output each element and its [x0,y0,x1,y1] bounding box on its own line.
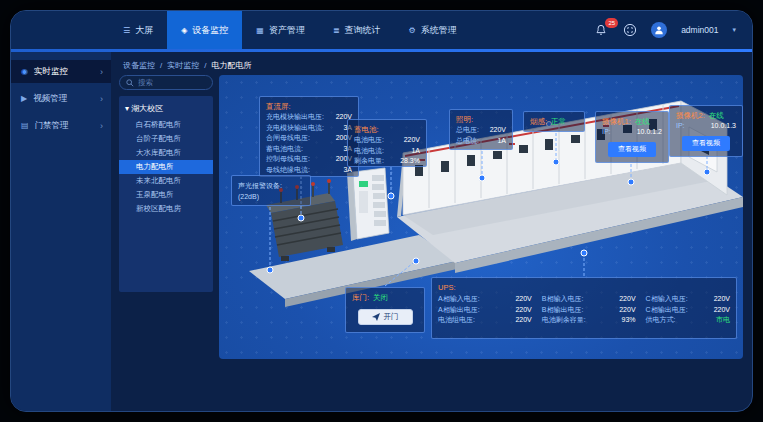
breadcrumb: 设备监控 / 实时监控 / 电力配电所 [123,57,251,73]
nav-label: 查询统计 [345,24,381,37]
username: admin001 [681,25,718,35]
sidebar-item-realtime-monitor[interactable]: ◉ 实时监控 › [11,60,111,83]
status-badge: 在线 [709,110,724,121]
tree-node[interactable]: 未来北配电所 [119,174,213,188]
nav-item-system[interactable]: ⚙ 系统管理 [395,11,471,49]
chevron-down-icon[interactable]: ▾ [732,26,736,34]
search-input[interactable] [138,78,206,87]
top-navbar: ☰ 大屏 ◈ 设备监控 ▦ 资产管理 ≣ 查询统计 ⚙ 系统管理 25 [11,11,752,49]
tree-node[interactable]: 大水库配电所 [119,146,213,160]
field-value: 220V [515,305,531,316]
camera-ip: 10.0.1.3 [711,121,736,132]
person-icon [654,25,664,35]
tree-node[interactable]: 台阶子配电所 [119,132,213,146]
notification-badge: 25 [605,18,618,28]
field-label: B相输出电压: [542,305,584,316]
tree-node[interactable]: 白石桥配电所 [119,118,213,132]
field-value: 220V [619,294,635,305]
sidebar-item-label: 实时监控 [34,66,68,78]
field-value: 220V [714,294,730,305]
camera-ip: 10.0.1.2 [637,127,662,138]
field-value: 220V [714,305,730,316]
door-panel: 库门: 关闭 开门 [345,287,425,333]
field-label: 供电方式: [646,315,676,326]
sidebar-item-label: 视频管理 [33,93,67,105]
field-label: 总电流: [456,136,479,147]
field-value: 220V [515,294,531,305]
battery-panel: 蓄电池: 电池电压:220V 电池电流:1A 剩余电量:28.3% [347,119,427,167]
view-video-button[interactable]: 查看视频 [608,142,656,157]
nav-item-statistics[interactable]: ≣ 查询统计 [319,11,395,49]
statistics-icon: ≣ [333,26,340,35]
open-door-label: 开门 [384,312,399,322]
substation-3d-view: 直流屏: 充电模块输出电压:220V 充电模块输出电流:3A 合闸母线电压:20… [219,75,743,359]
field-value: 1A [411,146,420,157]
nav-item-device-monitor[interactable]: ◈ 设备监控 [167,11,242,49]
field-label: C相输入电压: [646,294,688,305]
tree-node[interactable]: 新校区配电房 [119,202,213,216]
field-value: 93% [622,315,636,326]
panel-title: 照明: [456,114,506,125]
fullscreen-icon[interactable] [623,23,637,37]
tree-node[interactable]: 玉泉配电所 [119,188,213,202]
gear-icon: ⚙ [409,26,416,35]
sidebar-item-access-control[interactable]: ▤ 门禁管理 › [11,114,111,137]
substation-tree: ▾ 湖大校区 白石桥配电所 台阶子配电所 大水库配电所 电力配电所 未来北配电所… [119,96,213,292]
sound-alarm-panel: 声光报警设备: (22dB) [231,175,311,206]
breadcrumb-current: 电力配电所 [211,60,251,71]
nav-label: 资产管理 [269,24,305,37]
view-video-button[interactable]: 查看视频 [682,136,730,151]
field-value: 1A [497,136,506,147]
nav-label: 大屏 [135,24,153,37]
field-label: A相输出电压: [438,305,480,316]
topbar-right-cluster: 25 admin001 ▾ [594,22,752,38]
ups-panel: UPS: A相输入电压:220V B相输入电压:220V C相输入电压:220V… [431,277,737,339]
sound-alarm-title: 声光报警设备: [238,180,304,191]
smoke-sensor-panel: 烟感: 正常 [523,111,585,132]
assets-icon: ▦ [256,26,264,35]
dc-screen-panel: 直流屏: 充电模块输出电压:220V 充电模块输出电流:3A 合闸母线电压:20… [259,96,359,177]
power-mode-value: 市电 [716,315,730,326]
panel-title: 直流屏: [266,101,352,112]
field-label: 合闸母线电压: [266,133,310,144]
panel-title: UPS: [438,282,730,293]
panel-title: 摄像机1: [602,116,631,127]
breadcrumb-item[interactable]: 设备监控 [123,60,155,71]
nav-label: 系统管理 [421,24,457,37]
user-avatar[interactable] [651,22,667,38]
nav-item-dashboard[interactable]: ☰ 大屏 [109,11,167,49]
nav-label: 设备监控 [192,24,228,37]
field-label: 充电模块输出电流: [266,123,324,134]
field-label: A相输入电压: [438,294,480,305]
field-label: 剩余电量: [354,156,384,167]
camera1-panel: 摄像机1: 在线 IP:10.0.1.2 查看视频 [595,111,669,163]
field-label: B相输入电压: [542,294,584,305]
panel-title: 蓄电池: [354,124,420,135]
breadcrumb-item[interactable]: 实时监控 [167,60,199,71]
search-icon [126,79,134,87]
breadcrumb-separator: / [160,61,162,70]
lighting-panel: 照明: 总电压:220V 总电流:1A [449,109,513,150]
panel-title: 烟感: [530,116,547,127]
dashboard-icon: ☰ [123,26,130,35]
sidebar-item-video-management[interactable]: ▶ 视频管理 › [11,87,111,110]
sidebar-item-label: 门禁管理 [35,120,69,132]
breadcrumb-separator: / [204,61,206,70]
field-label: IP: [676,121,685,132]
field-label: 电池剩余容量: [542,315,586,326]
field-label: 充电模块输出电压: [266,112,324,123]
nav-item-assets[interactable]: ▦ 资产管理 [242,11,319,49]
field-value: 220V [490,125,506,136]
open-door-button[interactable]: 开门 [358,309,413,325]
field-label: 控制母线电压: [266,154,310,165]
panel-title: 库门: [352,292,369,303]
field-value: 220V [404,135,420,146]
tree-node-selected[interactable]: 电力配电所 [119,160,213,174]
notifications-button[interactable]: 25 [594,23,609,38]
field-label: C相输出电压: [646,305,688,316]
tree-root-node[interactable]: ▾ 湖大校区 [119,101,213,118]
status-badge: 在线 [635,116,650,127]
realtime-monitor-icon: ◉ [21,67,28,76]
field-label: 电池电流: [354,146,384,157]
status-badge: 正常 [551,116,566,127]
